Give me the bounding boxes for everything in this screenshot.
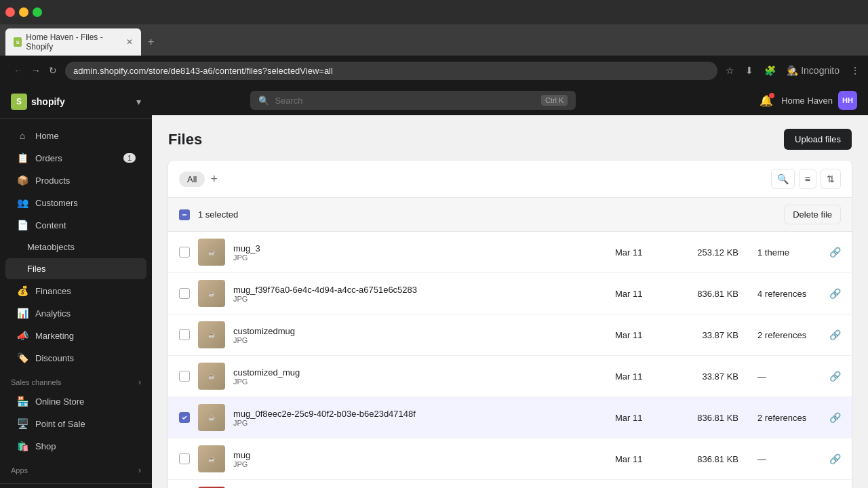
file-size: 836.81 KB [677,454,738,464]
file-date: Mar 11 [615,413,669,423]
sidebar-item-finances[interactable]: 💰 Finances [5,280,146,302]
sidebar-item-products[interactable]: 📦 Products [5,169,146,191]
search-bar[interactable]: 🔍 Ctrl K [250,91,576,110]
file-checkbox[interactable] [179,371,190,382]
sidebar-item-discounts[interactable]: 🏷️ Discounts [5,347,146,369]
file-thumbnail: ☕ [198,404,225,431]
bookmark-btn[interactable]: ☆ [723,62,737,79]
file-copy-link-btn[interactable]: 🔗 [829,453,841,464]
apps-section: Apps › [0,458,152,478]
file-checkbox[interactable] [179,453,190,464]
sidebar-item-label: Finances [35,286,71,296]
file-date: Mar 11 [615,371,669,382]
sidebar-item-orders[interactable]: 📋 Orders 1 [5,147,146,169]
file-refs: 2 references [747,413,821,423]
browser-nav: ← → ↻ [11,64,60,77]
user-menu[interactable]: Home Haven HH [781,91,857,110]
back-btn[interactable]: ← [11,64,26,77]
sort-toolbar-btn[interactable]: ⇅ [821,169,841,189]
sidebar-chevron-btn[interactable]: ▾ [136,96,141,107]
file-copy-link-btn[interactable]: 🔗 [829,288,841,299]
sidebar-item-shop[interactable]: 🛍️ Shop [5,435,146,457]
sidebar-item-marketing[interactable]: 📣 Marketing [5,325,146,346]
window-minimize-btn[interactable] [19,7,28,17]
tab-close-btn[interactable]: ✕ [126,37,133,47]
add-tab-btn[interactable]: + [210,172,218,186]
user-avatar: HH [838,91,857,110]
file-type: JPG [233,336,607,344]
notification-btn[interactable]: 🔔 [760,94,773,107]
marketing-icon: 📣 [16,330,28,341]
incognito-btn[interactable]: 🕵 Incognito [784,62,842,79]
search-input[interactable] [275,96,536,106]
address-bar: ← → ↻ ☆ ⬇ 🧩 🕵 Incognito ⋮ [0,56,868,85]
file-type: JPG [233,419,607,427]
file-type: JPG [233,460,607,468]
window-maximize-btn[interactable] [33,7,42,17]
select-all-checkbox[interactable] [179,209,190,220]
sidebar-item-label: Online Store [35,396,84,407]
delete-file-button[interactable]: Delete file [784,205,841,224]
sidebar-item-label: Marketing [35,331,74,341]
file-checkbox[interactable] [179,329,190,340]
sidebar-item-home[interactable]: ⌂ Home [5,125,146,146]
url-input[interactable] [65,62,717,80]
file-copy-link-btn[interactable]: 🔗 [829,329,841,340]
search-toolbar-btn[interactable]: 🔍 [771,169,795,189]
window-close-btn[interactable] [5,7,15,17]
active-tab[interactable]: S Home Haven - Files - Shopify ✕ [5,28,141,56]
orders-badge: 1 [123,153,136,163]
file-type: JPG [233,253,607,262]
file-size: 836.81 KB [677,413,738,423]
window-controls [5,7,42,17]
more-btn[interactable]: ⋮ [848,62,863,79]
file-name: mug [233,450,607,460]
filter-toolbar-btn[interactable]: ≡ [799,169,816,189]
sidebar: S shopify ▾ ⌂ Home 📋 Orders 1 📦 Products… [0,85,152,488]
tab-bar: S Home Haven - Files - Shopify ✕ + [0,24,868,56]
shopify-logo[interactable]: S shopify [11,94,65,110]
selection-bar: 1 selected Delete file [168,198,852,232]
app-layout: S shopify ▾ ⌂ Home 📋 Orders 1 📦 Products… [0,85,868,488]
file-row: ☕ customizedmug JPG Mar 11 33.87 KB 2 re… [168,314,852,356]
finances-icon: 💰 [16,285,28,296]
files-list: ☕ mug_3 JPG Mar 11 253.12 KB 1 theme 🔗 ☕… [168,232,852,488]
shopify-logo-text: shopify [31,96,65,107]
file-copy-link-btn[interactable]: 🔗 [829,412,841,423]
file-copy-link-btn[interactable]: 🔗 [829,247,841,258]
file-info: mug_3 JPG [233,243,607,262]
sidebar-item-label: Files [27,264,45,274]
sidebar-item-point-of-sale[interactable]: 🖥️ Point of Sale [5,413,146,434]
file-checkbox[interactable] [179,288,190,299]
notification-badge [769,93,774,98]
file-date: Mar 11 [615,247,669,258]
new-tab-btn[interactable]: + [144,33,158,51]
file-refs: 2 references [747,330,821,340]
forward-btn[interactable]: → [28,64,43,77]
download-btn[interactable]: ⬇ [743,62,756,79]
upload-files-button[interactable]: Upload files [784,129,852,150]
extensions-btn[interactable]: 🧩 [762,62,778,79]
main-area: 🔍 Ctrl K 🔔 Home Haven HH Files [152,85,868,488]
refresh-btn[interactable]: ↻ [46,64,60,77]
file-thumbnail: ☕ [198,280,225,307]
browser-actions: ☆ ⬇ 🧩 🕵 Incognito ⋮ [723,62,863,79]
tab-all[interactable]: All [179,171,205,187]
sidebar-item-content[interactable]: 📄 Content [5,214,146,236]
file-checkbox[interactable] [179,412,190,423]
file-checkbox[interactable] [179,247,190,258]
online-store-icon: 🏪 [16,396,28,407]
sidebar-item-customers[interactable]: 👥 Customers [5,192,146,214]
main-content: Files Upload files All + 🔍 ≡ ⇅ [152,115,868,488]
sidebar-item-online-store[interactable]: 🏪 Online Store [5,390,146,412]
file-name: mug_3 [233,243,607,253]
browser-chrome [0,0,868,24]
file-date: Mar 11 [615,454,669,464]
sidebar-item-files[interactable]: Files [5,258,146,279]
apps-label: Apps [11,466,28,474]
sidebar-item-analytics[interactable]: 📊 Analytics [5,302,146,324]
file-info: mug_0f8eec2e-25c9-40f2-b03e-b6e23d47148f… [233,409,607,427]
file-copy-link-btn[interactable]: 🔗 [829,371,841,382]
sidebar-item-metaobjects[interactable]: Metaobjects [5,237,146,258]
topbar-actions: 🔔 Home Haven HH [760,91,857,110]
